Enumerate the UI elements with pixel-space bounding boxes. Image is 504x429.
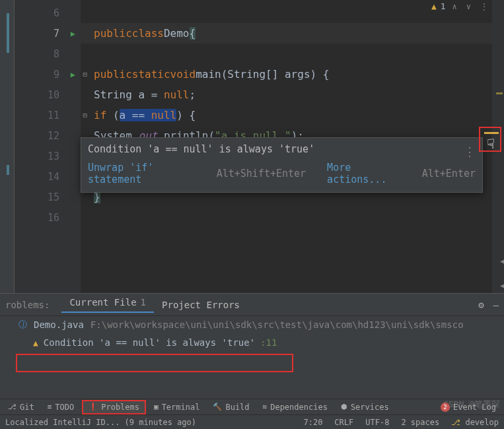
status-message: Localized IntelliJ ID... (9 minutes ago) (5, 418, 291, 427)
gear-icon[interactable]: ⚙ (478, 300, 484, 310)
code-line: public class Demo { (81, 23, 492, 44)
problem-entry[interactable]: ▲ Condition 'a == null' is always 'true'… (0, 333, 504, 352)
hint-message: Condition 'a == null' is always 'true' (88, 143, 476, 155)
panel-title: roblems: (5, 300, 50, 310)
file-encoding[interactable]: UTF-8 (365, 418, 389, 427)
cursor-hand-icon: ☟ (487, 136, 495, 152)
tab-dependencies[interactable]: ≋Dependencies (258, 401, 333, 413)
problem-file-row[interactable]: Ⓙ Demo.java F:\work\workspace\uni\uni\sd… (0, 316, 504, 333)
services-icon: ⬢ (341, 403, 347, 411)
cursor-position[interactable]: 7:20 (303, 418, 322, 427)
unwrap-shortcut: Alt+Shift+Enter (217, 168, 306, 180)
tab-project-errors[interactable]: Project Errors (154, 300, 248, 310)
warning-icon: ▲ (33, 338, 38, 348)
more-actions[interactable]: More actions... (327, 162, 412, 185)
annotation-highlight-box (16, 354, 293, 372)
problem-message: Condition 'a == null' is always 'true' (44, 337, 255, 348)
tool-window-bar: ⎇Git ≡TODO ❗Problems ▣Terminal 🔨Build ≋D… (0, 399, 504, 414)
line-separator[interactable]: CRLF (334, 418, 353, 427)
java-file-icon: Ⓙ (18, 319, 27, 331)
file-name: Demo.java (34, 319, 84, 330)
run-icon[interactable]: ▶ (71, 29, 75, 38)
run-icon[interactable]: ▶ (71, 70, 75, 79)
intention-popup: ⋮ Condition 'a == null' is always 'true'… (81, 137, 483, 193)
git-branch[interactable]: ⎇ develop (451, 418, 499, 427)
status-bar: Localized IntelliJ ID... (9 minutes ago)… (0, 414, 504, 429)
git-icon: ⎇ (8, 403, 17, 411)
code-line: String a = null; (81, 84, 492, 105)
dependencies-icon: ≋ (263, 403, 268, 411)
tab-build[interactable]: 🔨Build (207, 401, 254, 413)
watermark: CSDN @笔墨琛 (443, 399, 500, 411)
code-line: if (a == null) { (81, 105, 492, 125)
editor[interactable]: ▲ 1 ∧ ∨ ⋮ 6 7▶ 8 9▶⊟ 10 11⊟ 12 13 14 15 … (15, 0, 504, 293)
unwrap-action[interactable]: Unwrap 'if' statement (88, 162, 206, 185)
tab-todo[interactable]: ≡TODO (42, 401, 80, 413)
terminal-icon: ▣ (154, 403, 159, 411)
tab-git[interactable]: ⎇Git (3, 401, 40, 413)
tab-current-file[interactable]: Current File1 (61, 297, 154, 313)
minimize-icon[interactable]: — (493, 300, 499, 310)
tab-problems[interactable]: ❗Problems (82, 400, 146, 414)
file-path: F:\work\workspace\uni\uni\sdk\src\test\j… (90, 319, 464, 330)
gutter[interactable]: 6 7▶ 8 9▶⊟ 10 11⊟ 12 13 14 15 16 (15, 0, 81, 293)
tab-services[interactable]: ⬢Services (336, 401, 394, 413)
more-shortcut: Alt+Enter (422, 168, 476, 180)
code-line: public static void main(String[] args) { (81, 64, 492, 84)
todo-icon: ≡ (48, 403, 52, 411)
tab-terminal[interactable]: ▣Terminal (149, 401, 205, 413)
problem-line: :11 (260, 337, 277, 348)
problems-panel: roblems: Current File1 Project Errors ⚙ … (0, 293, 504, 399)
tool-window-strip[interactable] (0, 0, 15, 293)
build-icon: 🔨 (213, 403, 222, 411)
problems-icon: ❗ (89, 403, 98, 411)
popup-menu-icon[interactable]: ⋮ (464, 145, 476, 158)
indent-info[interactable]: 2 spaces (401, 418, 439, 427)
warning-stripe-mark (484, 132, 499, 134)
branch-icon: ⎇ (451, 418, 460, 427)
